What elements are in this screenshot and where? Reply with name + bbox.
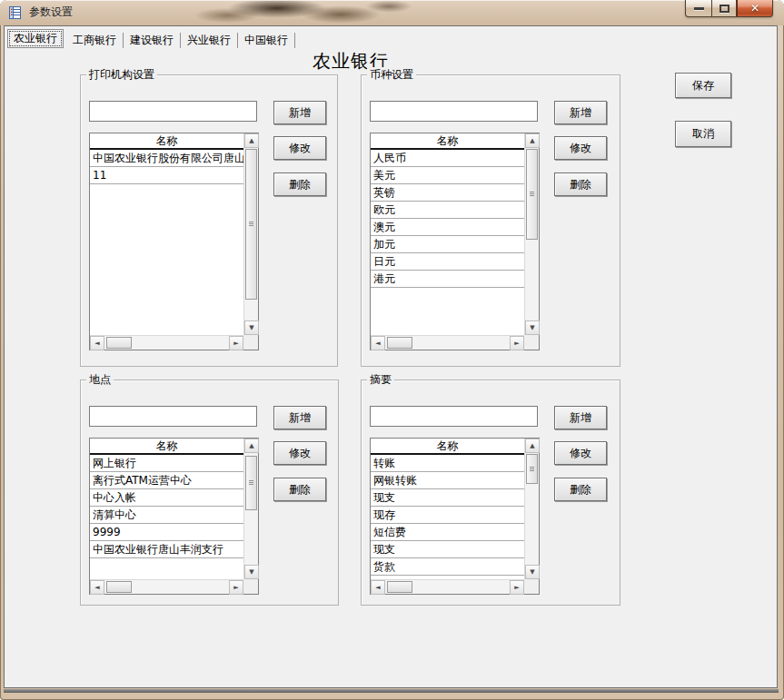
add-button[interactable]: 新增 <box>273 406 326 429</box>
horizontal-scrollbar[interactable]: ◄ ► <box>90 579 243 594</box>
scroll-track[interactable] <box>525 148 539 320</box>
caption-buttons: ✕ <box>685 0 773 17</box>
horizontal-scrollbar[interactable]: ◄ ► <box>371 335 524 350</box>
scroll-up-icon[interactable]: ▲ <box>525 133 540 148</box>
list-item[interactable]: 网上银行 <box>90 455 243 472</box>
scroll-up-icon[interactable]: ▲ <box>244 133 259 148</box>
list-item[interactable]: 网银转账 <box>371 472 524 489</box>
vertical-scrollbar[interactable]: ▲ ▼ <box>243 439 258 579</box>
tab-bank-of-china[interactable]: 中国银行 <box>238 33 295 48</box>
summary-input[interactable] <box>370 406 538 427</box>
list-item[interactable]: 9999 <box>90 524 243 541</box>
vertical-scrollbar[interactable]: ▲ ▼ <box>524 439 539 579</box>
horizontal-scrollbar[interactable]: ◄ ► <box>371 579 524 594</box>
list-column-header[interactable]: 名称 <box>90 133 243 150</box>
list-item[interactable]: 美元 <box>371 167 524 184</box>
scroll-track[interactable] <box>244 148 258 320</box>
list-column-header[interactable]: 名称 <box>371 133 524 150</box>
scroll-right-icon[interactable]: ► <box>510 580 524 595</box>
vertical-scrollbar[interactable]: ▲ ▼ <box>243 133 258 335</box>
print-institution-input[interactable] <box>89 101 257 122</box>
list-item[interactable]: 转账 <box>371 455 524 472</box>
vertical-scrollbar[interactable]: ▲ ▼ <box>524 133 539 335</box>
list-item[interactable]: 短信费 <box>371 524 524 541</box>
minimize-button[interactable] <box>685 0 711 17</box>
cancel-button[interactable]: 取消 <box>675 121 731 147</box>
edit-button[interactable]: 修改 <box>554 441 607 465</box>
scroll-right-icon[interactable]: ► <box>229 580 243 595</box>
scroll-thumb[interactable] <box>245 456 257 510</box>
list-item[interactable]: 欧元 <box>371 202 524 219</box>
scroll-thumb[interactable] <box>106 581 132 593</box>
add-button[interactable]: 新增 <box>554 101 607 124</box>
list-item[interactable]: 11 <box>90 167 243 184</box>
scroll-thumb[interactable] <box>526 454 538 484</box>
group-title: 币种设置 <box>367 67 416 82</box>
add-button[interactable]: 新增 <box>273 101 326 124</box>
scroll-up-icon[interactable]: ▲ <box>244 439 259 453</box>
scroll-track[interactable] <box>385 336 510 350</box>
list-item[interactable]: 人民币 <box>371 150 524 167</box>
tab-construction-bank[interactable]: 建设银行 <box>124 33 181 48</box>
scroll-thumb[interactable] <box>526 149 538 240</box>
list-column-header[interactable]: 名称 <box>371 439 524 455</box>
delete-button[interactable]: 删除 <box>273 478 326 501</box>
scroll-down-icon[interactable]: ▼ <box>525 320 540 335</box>
scroll-left-icon[interactable]: ◄ <box>371 336 385 350</box>
scroll-down-icon[interactable]: ▼ <box>244 320 259 335</box>
list-item[interactable]: 加元 <box>371 236 524 253</box>
list-item[interactable]: 澳元 <box>371 219 524 236</box>
edit-button[interactable]: 修改 <box>273 136 326 160</box>
add-button[interactable]: 新增 <box>554 406 607 429</box>
list-item[interactable]: 港元 <box>371 271 524 288</box>
list-item[interactable]: 现支 <box>371 489 524 507</box>
scroll-right-icon[interactable]: ► <box>510 336 524 350</box>
scroll-left-icon[interactable]: ◄ <box>90 336 104 350</box>
save-button[interactable]: 保存 <box>675 73 731 98</box>
list-item[interactable]: 中心入帐 <box>90 489 243 507</box>
print-institution-list: 名称 中国农业银行股份有限公司唐山11 ▲ ▼ ◄ ► <box>89 133 259 350</box>
list-item[interactable]: 英镑 <box>371 184 524 202</box>
list-item[interactable]: 清算中心 <box>90 507 243 524</box>
scroll-track[interactable] <box>244 453 258 565</box>
tab-icbc-bank[interactable]: 工商银行 <box>66 33 124 48</box>
scroll-thumb[interactable] <box>387 581 412 593</box>
list-item[interactable]: 日元 <box>371 253 524 271</box>
window: 参数设置 ✕ 农业银行 工商银行 建设银行 兴业银行 中国银行 农业银行 打印机… <box>0 0 784 700</box>
scroll-left-icon[interactable]: ◄ <box>371 580 385 595</box>
scroll-track[interactable] <box>104 580 229 594</box>
scroll-track[interactable] <box>385 580 510 594</box>
list-column-header[interactable]: 名称 <box>90 439 243 455</box>
delete-button[interactable]: 删除 <box>554 478 607 501</box>
list-item[interactable]: 货款 <box>371 558 524 576</box>
location-input[interactable] <box>89 406 257 427</box>
edit-button[interactable]: 修改 <box>273 441 326 465</box>
currency-input[interactable] <box>370 101 538 122</box>
scroll-right-icon[interactable]: ► <box>229 336 243 350</box>
group-location: 地点 新增 修改 删除 名称 网上银行离行式ATM运营中心中心入帐清算中心999… <box>80 380 339 606</box>
scroll-thumb[interactable] <box>387 337 412 349</box>
scroll-down-icon[interactable]: ▼ <box>525 565 540 579</box>
scroll-thumb[interactable] <box>245 149 257 300</box>
list-item[interactable]: 中国农业银行唐山丰润支行 <box>90 541 243 558</box>
delete-button[interactable]: 删除 <box>273 173 326 196</box>
horizontal-scrollbar[interactable]: ◄ ► <box>90 335 243 350</box>
scroll-left-icon[interactable]: ◄ <box>90 580 104 595</box>
scroll-track[interactable] <box>525 453 539 565</box>
list-item[interactable]: 离行式ATM运营中心 <box>90 472 243 489</box>
scroll-down-icon[interactable]: ▼ <box>244 565 259 579</box>
scroll-up-icon[interactable]: ▲ <box>525 439 540 453</box>
close-button[interactable]: ✕ <box>737 0 773 17</box>
list-item[interactable]: 现存 <box>371 507 524 524</box>
tab-industrial-bank[interactable]: 兴业银行 <box>181 33 238 48</box>
scroll-thumb[interactable] <box>106 337 132 349</box>
maximize-button[interactable] <box>711 0 737 17</box>
delete-button[interactable]: 删除 <box>554 173 607 196</box>
list-item[interactable]: 中国农业银行股份有限公司唐山 <box>90 150 243 167</box>
edit-button[interactable]: 修改 <box>554 136 607 160</box>
tab-agricultural-bank[interactable]: 农业银行 <box>7 29 64 48</box>
titlebar[interactable]: 参数设置 ✕ <box>0 0 784 25</box>
app-icon[interactable] <box>8 5 23 20</box>
scroll-track[interactable] <box>104 336 229 350</box>
list-item[interactable]: 现支 <box>371 541 524 558</box>
